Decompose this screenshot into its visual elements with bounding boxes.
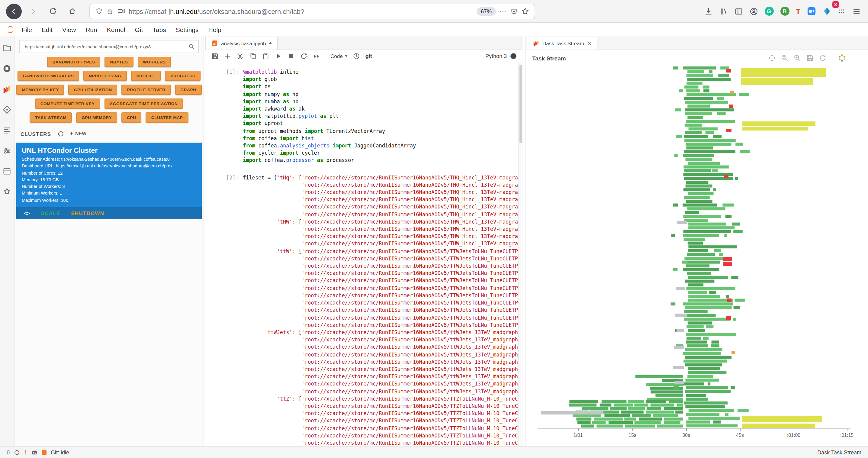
menu-settings[interactable]: Settings <box>171 26 204 33</box>
notebook-content[interactable]: [1]: %matplotlib inlineimport globimport… <box>205 62 523 446</box>
cell-type-select[interactable]: Code ▾ <box>331 53 347 59</box>
dask-dashboard-url-input[interactable] <box>24 43 186 50</box>
history-icon[interactable] <box>353 52 360 60</box>
kernel-indicator[interactable]: Python 3 <box>485 53 517 59</box>
cluster-card[interactable]: UNL HTCondor Cluster Scheduler Address: … <box>16 143 202 219</box>
cell1-code[interactable]: %matplotlib inlineimport globimport osim… <box>243 68 523 164</box>
dask-dashboard-button[interactable]: NBYTES <box>105 57 133 67</box>
search-icon[interactable] <box>188 43 194 50</box>
scale-cluster-button[interactable]: SCALE <box>41 210 60 216</box>
dask-sidebar-icon[interactable] <box>2 85 11 94</box>
toc-icon[interactable] <box>2 126 11 135</box>
menu-view[interactable]: View <box>57 26 81 33</box>
bookmark-star-icon[interactable] <box>521 7 529 15</box>
lock-icon[interactable] <box>106 7 114 15</box>
scrollbar-thumb[interactable] <box>520 65 522 143</box>
dask-dashboard-button[interactable]: TASK STREAM <box>30 112 72 123</box>
account-icon[interactable] <box>749 7 758 16</box>
reload-button[interactable] <box>45 3 60 19</box>
bokeh-logo-icon[interactable] <box>838 54 846 62</box>
pocket-icon[interactable] <box>510 7 518 15</box>
paste-cells-button[interactable] <box>262 52 270 60</box>
dask-dashboard-button[interactable]: GPU MEMORY <box>76 112 117 123</box>
save-plot-tool-icon[interactable] <box>806 54 814 62</box>
git-toolbar-label[interactable]: git <box>366 53 372 59</box>
tab-analysis-casa[interactable]: analysis-casa.ipynb ● <box>205 37 278 50</box>
menu-run[interactable]: Run <box>81 26 102 33</box>
hamburger-menu-icon[interactable] <box>852 7 861 16</box>
close-icon[interactable]: ✕ <box>587 40 592 46</box>
forward-button[interactable] <box>25 3 41 19</box>
back-button[interactable] <box>6 3 22 19</box>
unsaved-changes-dot[interactable]: ● <box>269 41 272 45</box>
green-extension-icon[interactable]: B <box>780 7 789 16</box>
red-t-extension-icon[interactable]: T <box>796 7 800 16</box>
notebook-scrollbar[interactable] <box>518 62 523 446</box>
task-stream-plot[interactable] <box>538 66 850 428</box>
shield-icon[interactable] <box>95 7 103 15</box>
reset-plot-tool-icon[interactable] <box>819 54 826 62</box>
screenshare-icon[interactable] <box>117 7 125 15</box>
inject-code-icon[interactable]: <> <box>24 210 30 216</box>
menu-file[interactable]: File <box>17 26 37 33</box>
page-actions-icon[interactable]: ⋯ <box>499 7 507 15</box>
library-icon[interactable] <box>719 7 727 16</box>
copy-cells-button[interactable] <box>249 52 257 60</box>
kite-extension-icon[interactable] <box>823 7 831 16</box>
cut-cells-button[interactable] <box>237 52 244 60</box>
running-sessions-icon[interactable] <box>2 64 11 73</box>
zoom-app-icon[interactable] <box>807 7 816 16</box>
dask-dashboard-button[interactable]: AGGREGATE TIME PER ACTION <box>104 98 183 109</box>
home-button[interactable] <box>64 3 80 19</box>
refresh-clusters-icon[interactable] <box>57 130 64 137</box>
download-icon[interactable] <box>704 7 712 16</box>
grammarly-extension-icon[interactable]: G <box>765 7 773 16</box>
box-zoom-tool-icon[interactable] <box>781 54 788 62</box>
wheel-zoom-tool-icon[interactable] <box>794 54 801 62</box>
dask-dashboard-button[interactable]: WORKERS <box>137 57 171 67</box>
git-sidebar-icon[interactable] <box>2 105 11 114</box>
dask-dashboard-button[interactable]: GPU UTILIZATION <box>68 85 118 95</box>
restart-run-all-button[interactable] <box>313 52 320 60</box>
cell2-code[interactable]: fileset = {'tHq': ['root://xcache//store… <box>243 174 523 446</box>
dask-dashboard-button[interactable]: PROFILE SERVER <box>122 85 171 95</box>
menu-help[interactable]: Help <box>204 26 226 33</box>
property-inspector-icon[interactable] <box>2 146 11 155</box>
url-text[interactable]: https://cmsaf-jh.unl.edu/user/oksana.sha… <box>129 7 473 15</box>
interrupt-kernel-button[interactable] <box>287 52 295 60</box>
save-button[interactable] <box>211 52 219 60</box>
dask-dashboard-button[interactable]: PROFILE <box>131 71 161 81</box>
file-browser-icon[interactable] <box>2 43 11 53</box>
dask-dashboard-button[interactable]: BANDWIDTH TYPES <box>47 57 100 67</box>
dask-dashboard-button[interactable]: PROGRESS <box>165 71 201 81</box>
sidebar-toggle-icon[interactable] <box>734 7 743 16</box>
new-cluster-button[interactable]: + NEW <box>70 130 86 137</box>
menu-tabs[interactable]: Tabs <box>148 26 170 33</box>
run-cell-button[interactable] <box>275 52 282 60</box>
tab-dask-task-stream[interactable]: Dask Task Stream ✕ <box>527 37 598 50</box>
pan-tool-icon[interactable] <box>768 54 776 62</box>
restart-kernel-button[interactable] <box>300 52 307 60</box>
dask-dashboard-button[interactable]: BANDWIDTH WORKERS <box>18 71 80 81</box>
dask-dashboard-button[interactable]: MEMORY BY KEY <box>16 85 64 95</box>
code-cell-2[interactable]: [2]: fileset = {'tHq': ['root://xcache//… <box>205 174 523 446</box>
url-bar[interactable]: https://cmsaf-jh.unl.edu/user/oksana.sha… <box>89 3 535 19</box>
git-status[interactable]: Git: idle <box>51 449 69 455</box>
recording-indicator-badge[interactable]: ✕ <box>832 1 839 8</box>
grid-apps-icon[interactable] <box>838 7 846 15</box>
zoom-level-badge[interactable]: 67% <box>476 7 496 16</box>
menu-edit[interactable]: Edit <box>37 26 57 33</box>
shutdown-cluster-button[interactable]: SHUTDOWN <box>71 210 104 216</box>
dask-dashboard-button[interactable]: GRAPH <box>175 85 202 95</box>
dask-dashboard-button[interactable]: CPU <box>121 112 142 123</box>
status-bar-right-label[interactable]: Dask Task Stream <box>817 449 861 455</box>
dask-dashboard-button[interactable]: NPROCESSING <box>83 71 127 81</box>
add-cell-button[interactable] <box>224 52 231 60</box>
dask-dashboard-button[interactable]: COMPUTE TIME PER KEY <box>35 98 100 109</box>
code-cell-1[interactable]: [1]: %matplotlib inlineimport globimport… <box>205 68 523 164</box>
menu-git[interactable]: Git <box>130 26 148 33</box>
menu-kernel[interactable]: Kernel <box>102 26 130 33</box>
extension-manager-icon[interactable] <box>2 187 11 196</box>
dask-dashboard-button[interactable]: CLUSTER MAP <box>146 112 188 123</box>
open-tabs-icon[interactable] <box>2 167 11 176</box>
